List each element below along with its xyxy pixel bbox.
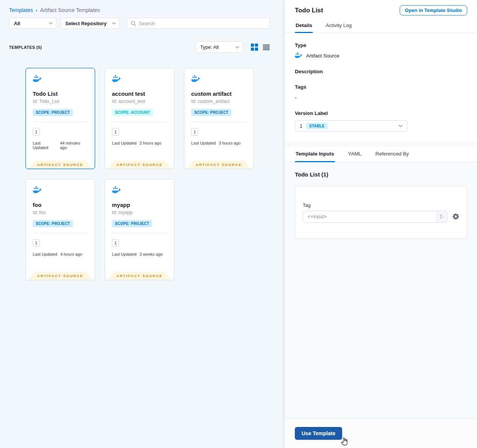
- docker-icon: [191, 75, 201, 83]
- version-count-badge: 1: [112, 239, 119, 247]
- search-icon: [131, 21, 136, 26]
- template-details-panel: Todo List Open in Template Studio Detail…: [284, 0, 477, 448]
- tag-field-label: Tag: [303, 202, 459, 208]
- repository-filter-value: Select Repository: [65, 21, 107, 26]
- open-in-template-studio-button[interactable]: Open in Template Studio: [400, 5, 467, 15]
- sigma-glyph: Σ: [439, 214, 442, 219]
- tab-activity-log[interactable]: Activity Log: [325, 19, 352, 33]
- scope-filter-select[interactable]: All: [9, 18, 57, 29]
- last-updated-label: Last Updated: [33, 252, 57, 256]
- scope-badge: SCOPE: PROJECT: [191, 109, 231, 116]
- template-name: account test: [112, 91, 167, 97]
- breadcrumb: Templates › Artifact Source Templates: [9, 0, 284, 13]
- repository-filter-select[interactable]: Select Repository: [60, 18, 120, 29]
- scope-badge: SCOPE: ACCOUNT: [112, 109, 153, 116]
- use-template-button[interactable]: Use Template: [295, 427, 342, 440]
- template-id: Id: myapp: [112, 210, 167, 215]
- last-updated-label: Last Updated: [33, 141, 57, 150]
- list-view-icon[interactable]: [263, 44, 270, 50]
- tag-input-wrap: Σx: [303, 211, 447, 223]
- template-type-ribbon: ARTIFACT SOURCE: [29, 161, 92, 169]
- tag-input[interactable]: [303, 211, 436, 222]
- divider: [112, 233, 167, 233]
- chevron-down-icon: [399, 125, 403, 127]
- last-updated-label: Last Updated: [112, 141, 136, 145]
- template-id: Id: Todo_List: [33, 99, 88, 104]
- templates-list-panel: Templates › Artifact Source Templates Al…: [0, 0, 284, 448]
- list-header: TEMPLATES (5) Type: All: [9, 41, 284, 53]
- chevron-down-icon: [112, 22, 116, 24]
- type-label: Type: [295, 42, 466, 48]
- template-id: Id: account_test: [112, 99, 167, 104]
- search-box: [127, 18, 270, 29]
- tab-template-inputs[interactable]: Template Inputs: [295, 146, 335, 162]
- inputs-tabs: Template Inputs YAML Referenced By: [284, 146, 477, 162]
- panel-footer: Use Template: [284, 418, 477, 448]
- template-card-foo[interactable]: foo Id: foo SCOPE: PROJECT 1 Last Update…: [26, 179, 95, 280]
- chevron-down-icon: [235, 46, 239, 48]
- divider: [33, 233, 88, 233]
- template-card-account-test[interactable]: account test Id: account_test SCOPE: ACC…: [105, 68, 174, 169]
- panel-title: Todo List: [295, 7, 323, 14]
- tags-label: Tags: [295, 84, 466, 90]
- divider: [112, 122, 167, 122]
- tag-input-card: Tag Σx: [295, 186, 467, 239]
- template-name: myapp: [112, 202, 167, 208]
- template-type-ribbon: ARTIFACT SOURCE: [187, 161, 251, 169]
- grid-view-icon[interactable]: [251, 44, 258, 51]
- scope-badge: SCOPE: PROJECT: [33, 220, 73, 227]
- tab-details[interactable]: Details: [295, 19, 313, 33]
- version-count-badge: 1: [112, 128, 119, 136]
- breadcrumb-templates-link[interactable]: Templates: [9, 7, 33, 13]
- gear-icon[interactable]: [452, 213, 459, 220]
- templates-grid: Todo List Id: Todo_List SCOPE: PROJECT 1…: [26, 68, 284, 280]
- template-card-myapp[interactable]: myapp Id: myapp SCOPE: PROJECT 1 Last Up…: [105, 179, 174, 280]
- docker-icon: [33, 186, 42, 194]
- version-value: 1: [300, 123, 302, 129]
- tags-value: -: [295, 95, 466, 101]
- template-name: custom artifact: [191, 91, 246, 97]
- last-updated-value: 3 hours ago: [219, 141, 240, 145]
- app-root: Templates › Artifact Source Templates Al…: [0, 0, 477, 448]
- template-type-ribbon: ARTIFACT SOURCE: [108, 161, 171, 169]
- description-label: Description: [295, 69, 466, 74]
- version-count-badge: 1: [33, 128, 40, 136]
- tab-referenced-by[interactable]: Referenced By: [374, 146, 409, 162]
- stable-badge: STABLE: [306, 123, 328, 129]
- template-type-ribbon: ARTIFACT SOURCE: [29, 272, 92, 280]
- details-tabs: Details Activity Log: [284, 19, 477, 33]
- version-label: Version Label: [295, 110, 466, 116]
- template-type-ribbon: ARTIFACT SOURCE: [108, 272, 171, 280]
- breadcrumb-separator-icon: ›: [36, 7, 38, 13]
- docker-icon: [295, 52, 303, 59]
- template-card-todo-list[interactable]: Todo List Id: Todo_List SCOPE: PROJECT 1…: [26, 68, 95, 169]
- template-id: Id: foo: [33, 210, 88, 215]
- expression-sigma-icon[interactable]: Σx: [436, 211, 447, 222]
- version-select[interactable]: 1 STABLE: [295, 120, 408, 132]
- last-updated-label: Last Updated: [112, 252, 136, 256]
- version-count-badge: 1: [191, 128, 198, 136]
- divider: [33, 122, 88, 122]
- search-input[interactable]: [139, 21, 266, 26]
- last-updated-value: 4 hours ago: [60, 252, 82, 256]
- template-card-custom-artifact[interactable]: custom artifact Id: custom_artifact SCOP…: [184, 68, 254, 169]
- type-filter-select[interactable]: Type: All: [195, 41, 243, 53]
- scope-filter-value: All: [14, 21, 20, 26]
- type-filter-value: Type: All: [200, 44, 219, 50]
- scope-badge: SCOPE: PROJECT: [33, 109, 73, 116]
- sigma-sup-glyph: x: [443, 215, 444, 218]
- last-updated-label: Last Updated: [191, 141, 216, 145]
- scope-badge: SCOPE: PROJECT: [112, 220, 152, 227]
- tab-yaml[interactable]: YAML: [347, 146, 362, 162]
- inputs-heading: Todo List (1): [295, 171, 467, 178]
- last-updated-value: 44 minutes ago: [60, 141, 88, 150]
- template-name: foo: [33, 202, 88, 208]
- last-updated-value: 2 hours ago: [139, 141, 161, 145]
- type-value: Artifact Source: [306, 53, 340, 59]
- last-updated-value: 3 weeks ago: [139, 252, 163, 256]
- docker-icon: [112, 186, 122, 194]
- template-id: Id: custom_artifact: [191, 99, 246, 104]
- divider: [191, 122, 246, 122]
- template-name: Todo List: [33, 91, 88, 97]
- docker-icon: [33, 75, 42, 83]
